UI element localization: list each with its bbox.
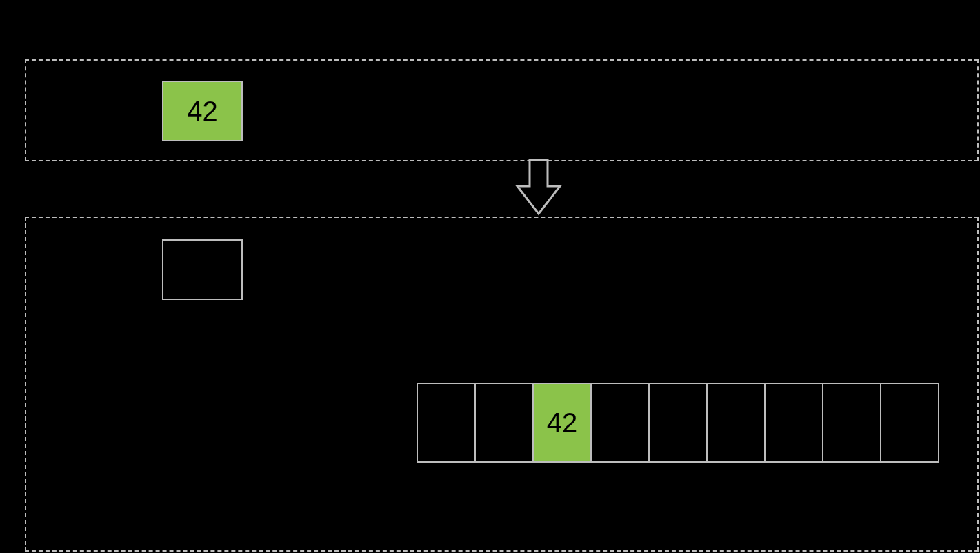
diagram-stage: 42 42	[0, 0, 980, 553]
empty-slot-cell	[162, 239, 243, 300]
source-value-cell: 42	[162, 81, 243, 141]
array-cell	[474, 383, 534, 463]
array-cell	[880, 383, 939, 463]
destination-array: 42	[417, 383, 939, 463]
array-cell	[590, 383, 650, 463]
down-arrow-icon	[510, 159, 567, 217]
array-cell	[417, 383, 476, 463]
array-cell	[648, 383, 708, 463]
array-cell	[764, 383, 823, 463]
array-cell	[822, 383, 881, 463]
array-cell	[706, 383, 766, 463]
source-value-text: 42	[187, 96, 218, 127]
array-cell-text: 42	[547, 408, 578, 439]
array-cell-highlighted: 42	[532, 383, 592, 463]
